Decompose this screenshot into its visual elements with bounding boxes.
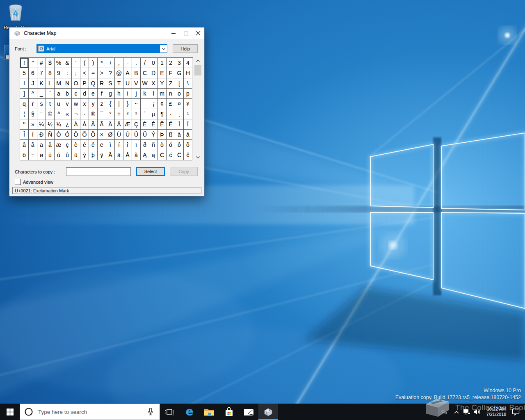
taskbar-file-explorer-button[interactable] [199,404,219,420]
char-cell[interactable]: S [106,78,115,89]
char-cell[interactable]: ª [55,109,63,119]
close-button[interactable] [192,27,204,39]
char-cell[interactable]: § [29,109,37,119]
char-cell[interactable]: } [123,99,132,109]
char-cell[interactable]: ² [123,109,132,119]
char-cell[interactable]: w [72,99,80,109]
char-cell[interactable]: ! [20,58,29,68]
char-cell[interactable]: [ [175,78,184,89]
taskbar-clock[interactable]: 10:22 AM 7/21/2018 [484,406,509,417]
char-cell[interactable]: Ç [132,119,141,130]
char-cell[interactable]: Â [89,119,98,130]
char-cell[interactable]: ì [106,140,115,150]
char-cell[interactable]: Å [115,119,123,130]
char-cell[interactable]: 4 [184,58,192,68]
tray-chevron-up[interactable] [451,404,461,420]
char-cell[interactable]: k [141,89,149,99]
char-cell[interactable]: # [37,58,46,68]
char-cell[interactable]: Z [167,78,175,89]
char-cell[interactable]: Ý [149,130,158,140]
char-cell[interactable]: 5 [20,68,29,78]
char-cell[interactable]: û [63,150,72,160]
char-cell[interactable]: ô [175,140,184,150]
char-cell[interactable]: ¦ [20,109,29,119]
scroll-up-arrow[interactable] [194,57,201,64]
char-cell[interactable]: 2 [167,58,175,68]
char-cell[interactable]: ` [46,89,55,99]
char-cell[interactable]: 8 [46,68,55,78]
char-cell[interactable]: æ [55,140,63,150]
taskbar-store-button[interactable] [219,404,239,420]
char-cell[interactable]: v [63,99,72,109]
char-cell[interactable]: £ [167,99,175,109]
char-cell[interactable]: · [167,109,175,119]
char-cell[interactable]: $ [46,58,55,68]
char-cell[interactable]: á [184,130,192,140]
char-cell[interactable]: ù [46,150,55,160]
char-cell[interactable]: V [132,78,141,89]
char-cell[interactable]: º [20,119,29,130]
char-cell[interactable]: ë [98,140,106,150]
char-cell[interactable]: 6 [29,68,37,78]
search-input[interactable] [37,409,146,415]
char-cell[interactable]: ä [37,140,46,150]
char-cell[interactable]: ] [20,89,29,99]
char-cell[interactable]: M [55,78,63,89]
char-cell[interactable]: & [63,58,72,68]
char-cell[interactable]: ß [167,130,175,140]
char-cell[interactable]: ¤ [175,99,184,109]
char-cell[interactable]: ñ [149,140,158,150]
char-cell[interactable]: É [149,119,158,130]
char-cell[interactable]: Æ [123,119,132,130]
char-cell[interactable]: Ô [72,130,80,140]
char-cell[interactable]: Ù [115,130,123,140]
char-cell[interactable]: , [115,58,123,68]
action-center-button[interactable] [511,404,521,420]
char-cell[interactable]: f [98,89,106,99]
minimize-button[interactable] [167,27,180,39]
char-cell[interactable]: Ā [106,150,115,160]
char-cell[interactable]: L [46,78,55,89]
char-cell[interactable]: Ü [141,130,149,140]
char-cell[interactable]: Ë [167,119,175,130]
char-cell[interactable]: Ć [158,150,167,160]
char-cell[interactable]: . [132,58,141,68]
char-cell[interactable]: ¿ [63,119,72,130]
char-cell[interactable]: ´ [141,109,149,119]
char-cell[interactable]: _ [37,89,46,99]
search-box[interactable] [20,404,160,420]
char-cell[interactable]: ć [167,150,175,160]
char-cell[interactable]: D [149,68,158,78]
char-cell[interactable]: Ó [63,130,72,140]
char-cell[interactable]: Ã [98,119,106,130]
char-cell[interactable]: È [141,119,149,130]
char-cell[interactable]: : [63,68,72,78]
char-cell[interactable]: Õ [80,130,89,140]
char-cell[interactable]: Î [20,130,29,140]
char-cell[interactable]: T [115,78,123,89]
char-cell[interactable]: E [158,68,167,78]
char-cell[interactable]: % [55,58,63,68]
char-cell[interactable]: ; [72,68,80,78]
char-cell[interactable]: ê [89,140,98,150]
tray-network[interactable] [461,404,472,420]
tray-volume[interactable] [472,404,482,420]
char-cell[interactable]: þ [89,150,98,160]
char-cell[interactable]: ¾ [55,119,63,130]
char-cell[interactable]: e [89,89,98,99]
char-cell[interactable]: ï [132,140,141,150]
char-cell[interactable]: ¶ [158,109,167,119]
char-cell[interactable]: Ú [123,130,132,140]
char-cell[interactable]: @ [115,68,123,78]
char-cell[interactable]: ¡ [149,99,158,109]
char-cell[interactable]: 9 [55,68,63,78]
char-cell[interactable]: h [115,89,123,99]
char-cell[interactable]: y [89,99,98,109]
char-cell[interactable]: ò [158,140,167,150]
char-cell[interactable] [141,99,149,109]
char-cell[interactable]: Ì [175,119,184,130]
char-cell[interactable]: é [80,140,89,150]
char-cell[interactable]: p [184,89,192,99]
char-cell[interactable]: í [115,140,123,150]
char-cell[interactable]: ö [20,150,29,160]
